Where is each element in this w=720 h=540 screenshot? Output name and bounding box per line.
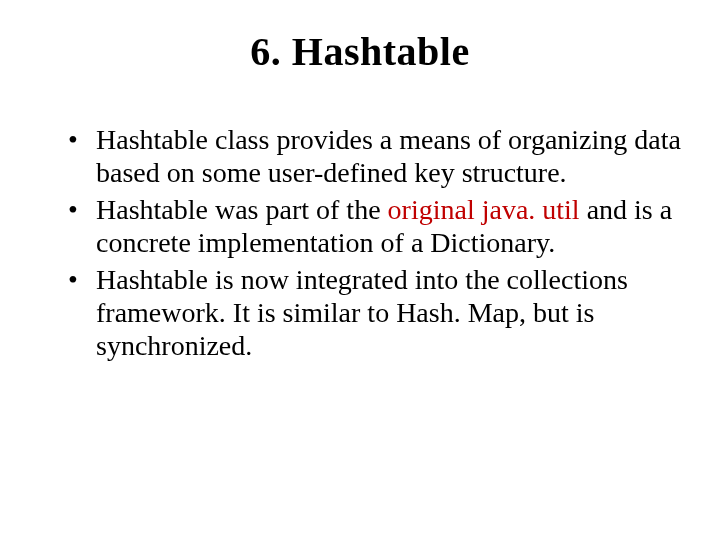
bullet-accent: original java. util bbox=[388, 194, 580, 225]
bullet-text: Hashtable is now integrated into the col… bbox=[96, 264, 628, 361]
slide: 6. Hashtable Hashtable class provides a … bbox=[0, 0, 720, 540]
list-item: Hashtable is now integrated into the col… bbox=[68, 263, 682, 362]
list-item: Hashtable class provides a means of orga… bbox=[68, 123, 682, 189]
bullet-text: Hashtable class provides a means of orga… bbox=[96, 124, 681, 188]
list-item: Hashtable was part of the original java.… bbox=[68, 193, 682, 259]
slide-title: 6. Hashtable bbox=[38, 28, 682, 75]
bullet-list: Hashtable class provides a means of orga… bbox=[38, 123, 682, 362]
bullet-text: Hashtable was part of the bbox=[96, 194, 388, 225]
